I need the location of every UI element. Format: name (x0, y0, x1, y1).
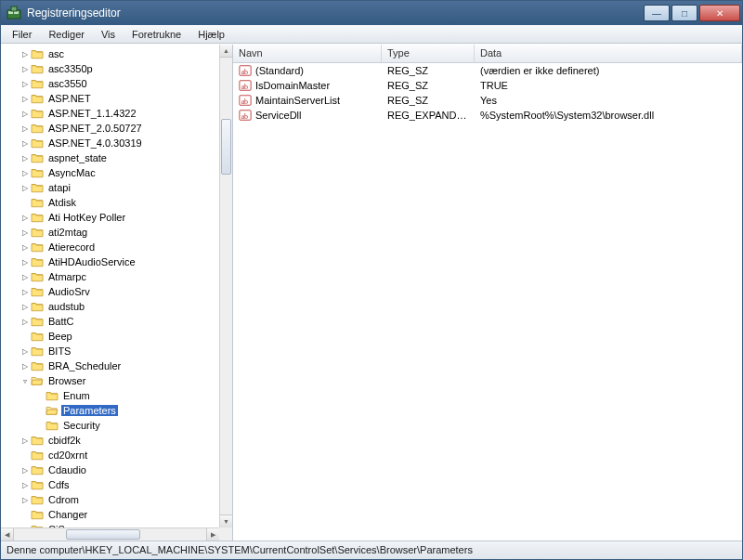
tree-item[interactable]: ▷BRA_Scheduler (1, 358, 219, 373)
tree-item[interactable]: ▷Atmarpc (1, 269, 219, 284)
tree-item[interactable]: ▷AsyncMac (1, 165, 219, 180)
expand-icon[interactable]: ▷ (20, 464, 31, 475)
menu-help[interactable]: Hjælp (190, 27, 232, 42)
expand-icon[interactable]: ▷ (20, 227, 31, 238)
tree-item[interactable]: ▷asc (1, 46, 219, 61)
tree-item[interactable]: ▷BattC (1, 314, 219, 329)
menu-favorites[interactable]: Foretrukne (124, 27, 189, 42)
tree-item[interactable]: ▷aspnet_state (1, 150, 219, 165)
expand-icon[interactable]: ▷ (20, 271, 31, 282)
folder-icon (31, 256, 44, 267)
expand-icon[interactable]: ▷ (20, 123, 31, 134)
expand-icon[interactable] (20, 331, 31, 342)
expand-icon[interactable]: ▷ (20, 286, 31, 297)
expand-icon[interactable]: ▷ (20, 152, 31, 163)
expand-icon[interactable]: ▷ (20, 241, 31, 253)
column-type[interactable]: Type (382, 45, 475, 62)
svg-text:ab: ab (241, 98, 248, 106)
tree-vertical-scrollbar[interactable]: ▲ ▼ (219, 45, 232, 527)
tree-item[interactable]: ▷Cdaudio (1, 462, 219, 477)
tree-item[interactable]: ▷Atierecord (1, 240, 219, 254)
tree-item[interactable]: ▷Cdrom (1, 492, 219, 507)
tree-item[interactable]: Security (1, 418, 219, 433)
expand-icon[interactable]: ▷ (20, 301, 31, 312)
expand-icon[interactable]: ▷ (20, 316, 31, 327)
scroll-down-button[interactable]: ▼ (220, 514, 232, 527)
scroll-up-button[interactable]: ▲ (220, 45, 232, 58)
menu-file[interactable]: Filer (5, 27, 39, 42)
expand-icon[interactable]: ▷ (20, 256, 31, 267)
folder-icon (31, 108, 44, 119)
tree-item[interactable]: ▷ASP.NET (1, 91, 219, 106)
expand-icon[interactable]: ▷ (20, 108, 31, 119)
value-row[interactable]: ab(Standard)REG_SZ(værdien er ikke defin… (233, 63, 742, 78)
tree-item[interactable]: ▷atapi (1, 180, 219, 195)
expand-icon[interactable]: ▷ (20, 48, 31, 59)
tree-item[interactable]: ▷ati2mtag (1, 225, 219, 240)
expand-icon[interactable] (20, 449, 31, 461)
tree-item[interactable]: ▷Ati HotKey Poller (1, 210, 219, 225)
tree-item[interactable]: ▷BITS (1, 344, 219, 358)
tree-item[interactable]: ▿Browser (1, 373, 219, 388)
tree-item[interactable]: cd20xrnt (1, 448, 219, 462)
maximize-button[interactable]: □ (671, 5, 697, 21)
value-row[interactable]: abMaintainServerListREG_SZYes (233, 93, 742, 108)
tree-item[interactable]: ▷audstub (1, 299, 219, 314)
menu-view[interactable]: Vis (94, 27, 123, 42)
tree-item[interactable]: Changer (1, 507, 219, 522)
expand-icon[interactable] (34, 405, 46, 416)
scroll-right-button[interactable]: ▶ (206, 528, 219, 540)
expand-icon[interactable]: ▷ (20, 167, 31, 178)
scroll-thumb-vertical[interactable] (221, 119, 231, 175)
expand-icon[interactable] (20, 197, 31, 208)
expand-icon[interactable] (20, 509, 31, 520)
expand-icon[interactable]: ▷ (20, 479, 31, 490)
menu-edit[interactable]: Rediger (41, 27, 92, 42)
expand-icon[interactable]: ▷ (20, 435, 31, 446)
tree-item[interactable]: ▷AtiHDAudioService (1, 254, 219, 269)
expand-icon[interactable]: ▷ (20, 360, 31, 371)
tree-item[interactable]: Parameters (1, 403, 219, 418)
tree-item[interactable]: ▷asc3550 (1, 76, 219, 91)
tree-item[interactable]: ▷cbidf2k (1, 433, 219, 448)
tree-item[interactable]: ▷asc3350p (1, 61, 219, 76)
column-name[interactable]: Navn (233, 45, 382, 62)
folder-icon (31, 137, 44, 149)
tree-item[interactable]: Atdisk (1, 195, 219, 210)
scroll-left-button[interactable]: ◀ (1, 528, 14, 540)
folder-icon (31, 167, 44, 178)
tree-item[interactable]: ▷ASP.NET_1.1.4322 (1, 106, 219, 121)
tree-item[interactable]: ▷ASP.NET_4.0.30319 (1, 136, 219, 150)
expand-icon[interactable]: ▷ (20, 63, 31, 74)
folder-icon (31, 435, 44, 446)
expand-icon[interactable]: ▷ (20, 345, 31, 357)
expand-icon[interactable] (34, 390, 46, 401)
minimize-button[interactable]: — (644, 5, 670, 21)
tree-item-label: Beep (46, 331, 74, 342)
value-type: REG_SZ (382, 65, 475, 76)
tree-item[interactable]: ▷Cdfs (1, 477, 219, 492)
expand-icon[interactable]: ▷ (20, 78, 31, 89)
values-list[interactable]: ab(Standard)REG_SZ(værdien er ikke defin… (233, 63, 742, 540)
tree-item[interactable]: ▷AudioSrv (1, 284, 219, 299)
column-data[interactable]: Data (475, 45, 742, 62)
titlebar[interactable]: Registreringseditor — □ ✕ (1, 1, 742, 25)
tree-item[interactable]: Enum (1, 388, 219, 403)
tree-list[interactable]: ▷asc▷asc3350p▷asc3550▷ASP.NET▷ASP.NET_1.… (1, 45, 219, 527)
expand-icon[interactable]: ▷ (20, 182, 31, 193)
app-icon (7, 6, 21, 20)
value-row[interactable]: abIsDomainMasterREG_SZTRUE (233, 78, 742, 93)
expand-icon[interactable] (34, 420, 46, 431)
tree-horizontal-scrollbar[interactable]: ◀ ▶ (1, 527, 219, 540)
close-button[interactable]: ✕ (699, 5, 740, 21)
tree-item[interactable]: Beep (1, 329, 219, 344)
tree-item-label: Enum (61, 390, 92, 401)
expand-icon[interactable]: ▿ (20, 375, 31, 386)
value-row[interactable]: abServiceDllREG_EXPAND_SZ%SystemRoot%\Sy… (233, 108, 742, 123)
expand-icon[interactable]: ▷ (20, 137, 31, 149)
expand-icon[interactable]: ▷ (20, 212, 31, 223)
tree-item[interactable]: ▷ASP.NET_2.0.50727 (1, 121, 219, 136)
expand-icon[interactable]: ▷ (20, 494, 31, 505)
expand-icon[interactable]: ▷ (20, 93, 31, 104)
scroll-thumb-horizontal[interactable] (66, 529, 140, 540)
